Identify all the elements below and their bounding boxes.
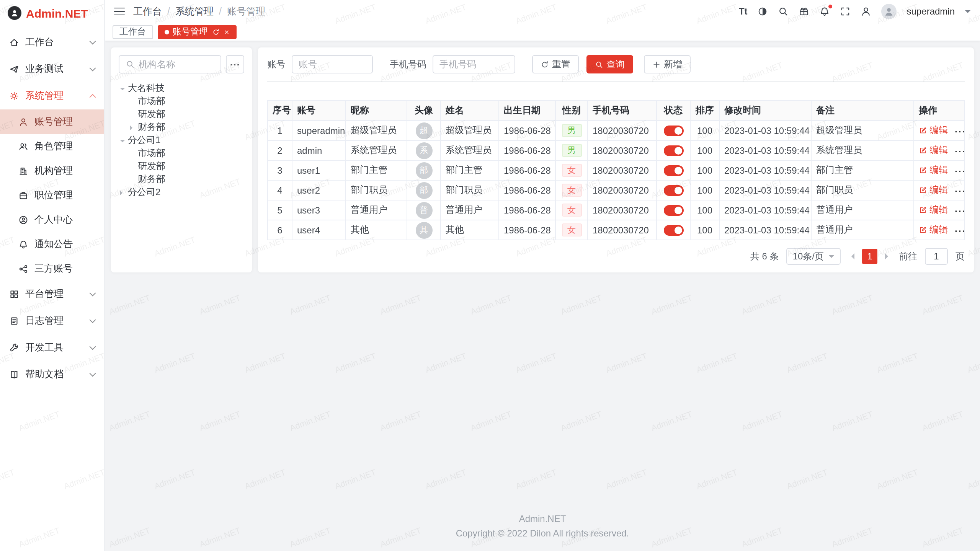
avatar[interactable] xyxy=(882,4,897,19)
sidebar-subitem-profile-center[interactable]: 个人中心 xyxy=(0,207,104,232)
refresh-icon[interactable] xyxy=(212,28,219,36)
cell-index: 3 xyxy=(268,160,292,180)
status-toggle[interactable] xyxy=(663,126,683,136)
tab-account-management[interactable]: 账号管理 xyxy=(157,25,236,39)
page-number-1[interactable]: 1 xyxy=(862,249,877,264)
gift-icon[interactable] xyxy=(799,6,810,17)
fullscreen-icon[interactable] xyxy=(840,6,851,17)
sidebar-subitem-account-management[interactable]: 账号管理 xyxy=(0,109,104,134)
cell-index: 5 xyxy=(268,200,292,220)
breadcrumb-item-workbench[interactable]: 工作台 xyxy=(133,5,162,18)
caret-right-icon[interactable] xyxy=(120,190,125,195)
goto-page-input[interactable] xyxy=(925,248,948,265)
cell-status xyxy=(657,220,690,240)
edit-button-label: 编辑 xyxy=(929,223,948,236)
status-toggle[interactable] xyxy=(663,185,683,196)
org-more-button[interactable]: ··· xyxy=(226,55,244,73)
cell-name: 部门职员 xyxy=(441,180,499,200)
cell-name: 其他 xyxy=(441,220,499,240)
tree-node[interactable]: 财务部 xyxy=(119,121,244,134)
filter-bar: 账号 手机号码 重置 xyxy=(267,55,965,73)
sidebar-item-workbench[interactable]: 工作台 xyxy=(0,29,104,56)
account-input[interactable] xyxy=(299,59,366,70)
tree-node[interactable]: 市场部 xyxy=(119,147,244,160)
more-actions-button[interactable]: ··· xyxy=(955,126,964,137)
status-toggle[interactable] xyxy=(663,225,683,236)
sidebar-subitem-role-management[interactable]: 角色管理 xyxy=(0,134,104,158)
tree-node[interactable]: 大名科技 xyxy=(119,82,244,95)
sidebar-item-log-management[interactable]: 日志管理 xyxy=(0,308,104,334)
tree-node[interactable]: 研发部 xyxy=(119,108,244,121)
sidebar-item-dev-tools[interactable]: 开发工具 xyxy=(0,334,104,361)
sidebar-item-label: 开发工具 xyxy=(25,341,64,354)
sidebar-item-business-test[interactable]: 业务测试 xyxy=(0,56,104,83)
page-size-select[interactable]: 10条/页 xyxy=(787,248,841,265)
breadcrumb-item-system-management[interactable]: 系统管理 xyxy=(175,5,214,18)
add-button-label: 新增 xyxy=(664,58,682,71)
username[interactable]: superadmin xyxy=(907,6,955,17)
theme-icon[interactable] xyxy=(758,6,768,17)
reset-button[interactable]: 重置 xyxy=(532,55,579,73)
cell-status xyxy=(657,180,690,200)
more-actions-button[interactable]: ··· xyxy=(955,146,964,157)
chevron-down-icon[interactable] xyxy=(965,10,971,16)
more-actions-button[interactable]: ··· xyxy=(955,226,964,236)
tree-node[interactable]: 研发部 xyxy=(119,160,244,173)
menu-fold-icon[interactable] xyxy=(114,7,125,16)
user-icon[interactable] xyxy=(861,6,872,17)
column-header-4: 姓名 xyxy=(441,101,499,121)
phone-input[interactable] xyxy=(439,59,508,70)
org-search-input[interactable] xyxy=(139,59,214,70)
edit-button[interactable]: 编辑 xyxy=(919,223,948,236)
cell-nickname: 普通用户 xyxy=(346,200,407,220)
search-icon[interactable] xyxy=(778,6,789,17)
caret-down-icon[interactable] xyxy=(120,88,125,92)
content-area: ··· 大名科技市场部研发部财务部分公司1市场部研发部财务部分公司2 账号 手机… xyxy=(105,41,980,551)
edit-button[interactable]: 编辑 xyxy=(919,164,948,177)
add-button[interactable]: 新增 xyxy=(644,55,691,73)
close-icon[interactable] xyxy=(223,29,229,35)
more-actions-button[interactable]: ··· xyxy=(955,206,964,217)
status-toggle[interactable] xyxy=(663,165,683,176)
edit-button[interactable]: 编辑 xyxy=(919,144,948,157)
cell-modified: 2023-01-03 10:59:44 xyxy=(719,121,811,140)
cell-phone: 18020030720 xyxy=(588,121,657,140)
search-button[interactable]: 查询 xyxy=(586,55,633,73)
avatar: 普 xyxy=(415,202,432,218)
caret-right-icon[interactable] xyxy=(130,125,135,130)
sidebar-subitem-third-account[interactable]: 三方账号 xyxy=(0,256,104,281)
sidebar-item-system-management[interactable]: 系统管理 xyxy=(0,83,104,109)
more-actions-button[interactable]: ··· xyxy=(955,166,964,177)
font-size-icon[interactable]: Tt xyxy=(739,6,748,17)
sidebar-subitem-position-management[interactable]: 职位管理 xyxy=(0,183,104,207)
sidebar-item-platform-management[interactable]: 平台管理 xyxy=(0,281,104,308)
tree-node-label: 市场部 xyxy=(138,147,165,160)
tree-node[interactable]: 分公司2 xyxy=(119,186,244,199)
next-page-button[interactable] xyxy=(885,253,891,259)
sidebar-subitem-label: 账号管理 xyxy=(34,115,73,128)
chevron-down-icon xyxy=(828,254,835,261)
table-header-row: 序号账号昵称头像姓名出生日期性别手机号码状态排序修改时间备注操作 xyxy=(268,101,964,121)
sidebar-item-help-docs[interactable]: 帮助文档 xyxy=(0,361,104,388)
edit-button-label: 编辑 xyxy=(929,184,948,197)
more-actions-button[interactable]: ··· xyxy=(955,186,964,197)
sidebar-subitem-notice[interactable]: 通知公告 xyxy=(0,232,104,256)
notification-bell-icon[interactable] xyxy=(820,6,830,17)
home-icon xyxy=(9,37,19,47)
status-toggle[interactable] xyxy=(663,205,683,216)
edit-button[interactable]: 编辑 xyxy=(919,184,948,197)
tab-workbench[interactable]: 工作台 xyxy=(113,25,153,39)
logo[interactable]: Admin.NET xyxy=(0,0,104,26)
cell-account: user1 xyxy=(292,160,346,180)
chevron-down-icon xyxy=(90,290,96,297)
tree-node[interactable]: 市场部 xyxy=(119,95,244,108)
edit-button[interactable]: 编辑 xyxy=(919,204,948,217)
tree-node[interactable]: 分公司1 xyxy=(119,134,244,147)
edit-button[interactable]: 编辑 xyxy=(919,124,948,137)
prev-page-button[interactable] xyxy=(848,253,854,259)
status-toggle[interactable] xyxy=(663,145,683,156)
tree-node[interactable]: 财务部 xyxy=(119,173,244,186)
sidebar-subitem-label: 职位管理 xyxy=(34,189,73,202)
sidebar-subitem-org-management[interactable]: 机构管理 xyxy=(0,158,104,183)
caret-down-icon[interactable] xyxy=(120,140,125,144)
